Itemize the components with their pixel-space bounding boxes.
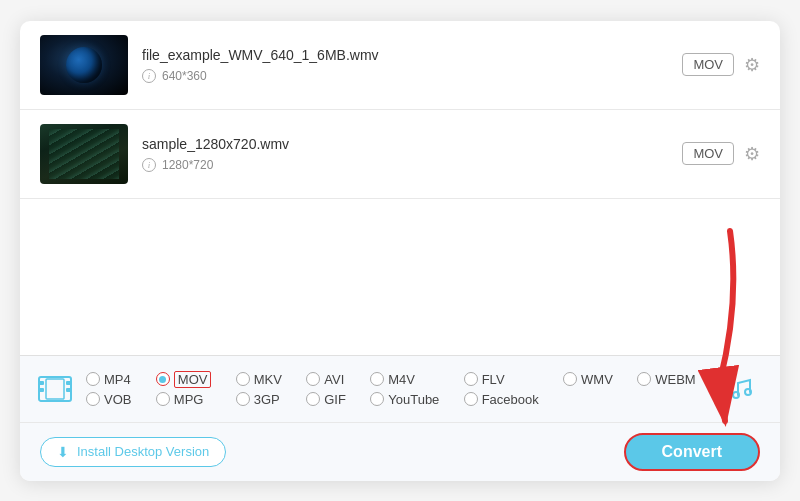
settings-icon[interactable]: ⚙ bbox=[744, 54, 760, 76]
empty-space bbox=[20, 199, 780, 329]
radio-wmv[interactable] bbox=[563, 372, 577, 386]
file-meta: i 1280*720 bbox=[142, 158, 668, 172]
svg-rect-5 bbox=[46, 379, 64, 399]
format-webm[interactable]: WEBM bbox=[637, 371, 714, 388]
radio-youtube[interactable] bbox=[370, 392, 384, 406]
format-vob[interactable]: VOB bbox=[86, 392, 150, 407]
file-thumbnail bbox=[40, 124, 128, 184]
file-name: file_example_WMV_640_1_6MB.wmv bbox=[142, 47, 668, 63]
format-3gp-label: 3GP bbox=[254, 392, 280, 407]
svg-rect-2 bbox=[39, 388, 44, 392]
file-resolution: 1280*720 bbox=[162, 158, 213, 172]
format-mp4-label: MP4 bbox=[104, 372, 131, 387]
format-facebook-label: Facebook bbox=[482, 392, 539, 407]
file-thumbnail bbox=[40, 35, 128, 95]
radio-flv[interactable] bbox=[464, 372, 478, 386]
file-item: sample_1280x720.wmv i 1280*720 MOV ⚙ bbox=[20, 110, 780, 199]
format-m4v[interactable]: M4V bbox=[370, 371, 457, 388]
format-mov[interactable]: MOV bbox=[156, 371, 230, 388]
radio-mkv[interactable] bbox=[236, 372, 250, 386]
earth-graphic bbox=[66, 47, 102, 83]
file-actions: MOV ⚙ bbox=[682, 142, 760, 165]
file-name: sample_1280x720.wmv bbox=[142, 136, 668, 152]
format-mov-label: MOV bbox=[174, 371, 212, 388]
format-vob-label: VOB bbox=[104, 392, 131, 407]
format-mpg-label: MPG bbox=[174, 392, 204, 407]
format-badge[interactable]: MOV bbox=[682, 53, 734, 76]
radio-mp4[interactable] bbox=[86, 372, 100, 386]
svg-rect-1 bbox=[39, 381, 44, 385]
radio-mpg[interactable] bbox=[156, 392, 170, 406]
format-facebook[interactable]: Facebook bbox=[464, 392, 557, 407]
format-gif-label: GIF bbox=[324, 392, 346, 407]
radio-3gp[interactable] bbox=[236, 392, 250, 406]
film-icon-wrap bbox=[34, 368, 76, 410]
format-mp4[interactable]: MP4 bbox=[86, 371, 150, 388]
format-avi-label: AVI bbox=[324, 372, 344, 387]
format-gif[interactable]: GIF bbox=[306, 392, 364, 407]
radio-vob[interactable] bbox=[86, 392, 100, 406]
svg-point-6 bbox=[733, 392, 739, 398]
format-avi[interactable]: AVI bbox=[306, 371, 364, 388]
radio-avi[interactable] bbox=[306, 372, 320, 386]
waves-graphic bbox=[49, 129, 119, 179]
file-resolution: 640*360 bbox=[162, 69, 207, 83]
music-icon-wrap bbox=[724, 371, 760, 407]
radio-webm[interactable] bbox=[637, 372, 651, 386]
film-icon bbox=[37, 371, 73, 407]
format-badge[interactable]: MOV bbox=[682, 142, 734, 165]
download-icon: ⬇ bbox=[57, 444, 69, 460]
format-wmv-label: WMV bbox=[581, 372, 613, 387]
install-label: Install Desktop Version bbox=[77, 444, 209, 459]
radio-gif[interactable] bbox=[306, 392, 320, 406]
format-mkv-label: MKV bbox=[254, 372, 282, 387]
format-webm-label: WEBM bbox=[655, 372, 695, 387]
file-info: sample_1280x720.wmv i 1280*720 bbox=[142, 136, 668, 172]
format-selector-bar: MP4 MOV MKV AVI bbox=[20, 355, 780, 422]
format-flv[interactable]: FLV bbox=[464, 371, 557, 388]
svg-rect-4 bbox=[66, 388, 71, 392]
format-youtube[interactable]: YouTube bbox=[370, 392, 457, 407]
convert-button[interactable]: Convert bbox=[624, 433, 760, 471]
radio-mov[interactable] bbox=[156, 372, 170, 386]
file-list: file_example_WMV_640_1_6MB.wmv i 640*360… bbox=[20, 21, 780, 355]
info-icon: i bbox=[142, 69, 156, 83]
format-3gp[interactable]: 3GP bbox=[236, 392, 301, 407]
format-mpg[interactable]: MPG bbox=[156, 392, 230, 407]
file-item: file_example_WMV_640_1_6MB.wmv i 640*360… bbox=[20, 21, 780, 110]
settings-icon[interactable]: ⚙ bbox=[744, 143, 760, 165]
convert-button-wrap: Convert bbox=[624, 433, 760, 471]
radio-m4v[interactable] bbox=[370, 372, 384, 386]
svg-point-7 bbox=[745, 389, 751, 395]
file-actions: MOV ⚙ bbox=[682, 53, 760, 76]
file-info: file_example_WMV_640_1_6MB.wmv i 640*360 bbox=[142, 47, 668, 83]
format-flv-label: FLV bbox=[482, 372, 505, 387]
format-youtube-label: YouTube bbox=[388, 392, 439, 407]
file-meta: i 640*360 bbox=[142, 69, 668, 83]
music-icon bbox=[728, 375, 756, 403]
format-m4v-label: M4V bbox=[388, 372, 415, 387]
info-icon: i bbox=[142, 158, 156, 172]
footer-bar: ⬇ Install Desktop Version Convert bbox=[20, 422, 780, 481]
format-mkv[interactable]: MKV bbox=[236, 371, 301, 388]
formats-grid: MP4 MOV MKV AVI bbox=[86, 371, 714, 407]
svg-rect-3 bbox=[66, 381, 71, 385]
radio-facebook[interactable] bbox=[464, 392, 478, 406]
format-wmv[interactable]: WMV bbox=[563, 371, 631, 388]
install-desktop-button[interactable]: ⬇ Install Desktop Version bbox=[40, 437, 226, 467]
